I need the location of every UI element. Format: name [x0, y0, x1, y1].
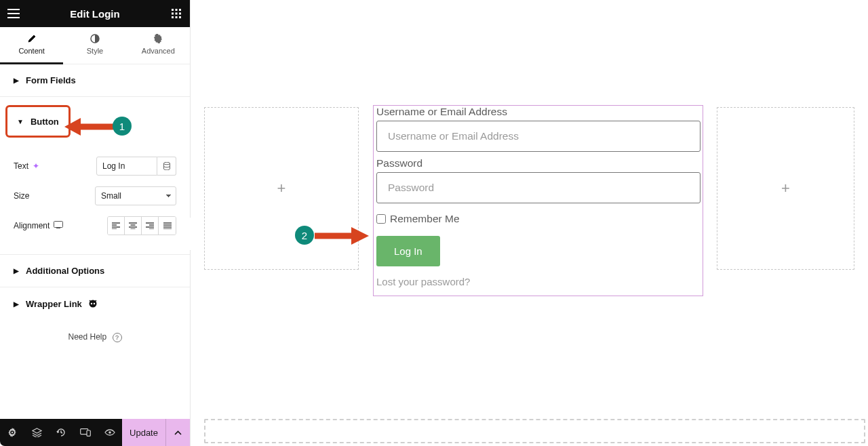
navigator-button[interactable] [24, 419, 49, 446]
login-button[interactable]: Log In [376, 236, 440, 266]
caret-right-icon: ▶ [14, 267, 19, 275]
section-button[interactable]: ▼ Button [5, 105, 71, 138]
username-input[interactable] [376, 121, 701, 152]
caret-right-icon: ▶ [14, 300, 19, 308]
login-form-widget[interactable]: Username or Email Address Password Remem… [373, 105, 703, 296]
svg-rect-7 [176, 16, 178, 18]
svg-rect-17 [87, 430, 90, 436]
size-label: Size [14, 191, 95, 201]
svg-point-14 [91, 302, 92, 304]
ai-icon[interactable]: ✦ [33, 161, 39, 171]
section-additional-options[interactable]: ▶ Additional Options [0, 255, 190, 287]
tab-content[interactable]: Content [0, 27, 63, 64]
caret-down-icon: ▼ [17, 118, 24, 125]
eye-icon [104, 429, 115, 436]
remember-me-checkbox[interactable] [376, 214, 386, 224]
tab-style[interactable]: Style [63, 27, 126, 64]
apps-icon [172, 9, 181, 18]
annotation-arrow-2 [315, 226, 369, 246]
remember-me[interactable]: Remember Me [376, 213, 703, 225]
editor-sidebar: Edit Login Content Style Advanced ▶ [0, 0, 191, 446]
panel-footer: Update [0, 419, 190, 446]
align-right-button[interactable] [142, 217, 159, 235]
update-options-button[interactable] [165, 419, 190, 446]
annotation-badge-1: 1 [113, 117, 132, 136]
lost-password-link[interactable]: Lost your password? [376, 276, 703, 287]
button-size-select[interactable]: Small [95, 186, 176, 205]
control-button-alignment: Alignment [0, 211, 190, 241]
annotation-badge-2: 2 [295, 226, 314, 245]
tab-advanced[interactable]: Advanced [127, 27, 190, 64]
need-help[interactable]: Need Help ? [0, 332, 190, 342]
svg-rect-1 [176, 9, 178, 11]
plus-icon [781, 180, 790, 197]
svg-rect-11 [54, 222, 63, 228]
svg-point-18 [108, 431, 111, 434]
align-center-button[interactable] [125, 217, 142, 235]
control-button-size: Size Small [0, 181, 190, 211]
responsive-mode-button[interactable] [73, 419, 98, 446]
svg-point-10 [163, 162, 170, 165]
widgets-panel-button[interactable] [163, 0, 190, 27]
add-section-placeholder[interactable] [204, 419, 865, 443]
monster-icon [87, 298, 98, 310]
plus-icon [277, 180, 286, 197]
svg-point-15 [94, 302, 95, 304]
panel-title: Edit Login [70, 8, 119, 20]
menu-icon [7, 9, 20, 18]
svg-rect-5 [179, 13, 181, 15]
help-icon: ? [113, 333, 122, 342]
contrast-icon [90, 34, 100, 45]
chevron-up-icon [174, 430, 182, 435]
align-justify-button[interactable] [159, 217, 176, 235]
update-button[interactable]: Update [122, 419, 165, 446]
history-button[interactable] [49, 419, 73, 446]
text-label: Text [14, 161, 28, 171]
svg-rect-2 [179, 9, 181, 11]
svg-rect-12 [56, 228, 60, 228]
settings-button[interactable] [0, 419, 24, 446]
panel-header: Edit Login [0, 0, 190, 27]
password-label: Password [374, 157, 703, 169]
alignment-choices [107, 216, 176, 235]
empty-column-right[interactable] [717, 107, 854, 270]
panel-tabs: Content Style Advanced [0, 27, 190, 64]
svg-rect-0 [172, 9, 174, 11]
database-icon [163, 162, 170, 170]
pencil-icon [27, 34, 37, 45]
svg-rect-8 [179, 16, 181, 18]
section-wrapper-link[interactable]: ▶ Wrapper Link [0, 287, 190, 320]
dynamic-tag-button[interactable] [157, 157, 176, 176]
svg-rect-3 [172, 13, 174, 15]
caret-right-icon: ▶ [14, 77, 19, 84]
layers-icon [32, 428, 42, 437]
history-icon [56, 428, 66, 437]
alignment-label: Alignment [14, 221, 50, 230]
svg-rect-6 [172, 16, 174, 18]
gear-icon [7, 428, 17, 437]
section-form-fields[interactable]: ▶ Form Fields [0, 64, 190, 97]
password-input[interactable] [376, 172, 701, 203]
control-button-text: Text ✦ [0, 151, 190, 181]
editor-canvas: Username or Email Address Password Remem… [191, 0, 868, 446]
gear-icon [153, 34, 163, 45]
devices-icon [80, 428, 91, 437]
username-label: Username or Email Address [374, 106, 703, 118]
button-text-input[interactable] [96, 157, 157, 176]
svg-rect-4 [176, 13, 178, 15]
annotation-arrow-1 [64, 117, 113, 137]
align-left-button[interactable] [108, 217, 125, 235]
hamburger-menu-button[interactable] [0, 0, 27, 27]
preview-button[interactable] [98, 419, 122, 446]
responsive-icon[interactable] [54, 221, 63, 230]
